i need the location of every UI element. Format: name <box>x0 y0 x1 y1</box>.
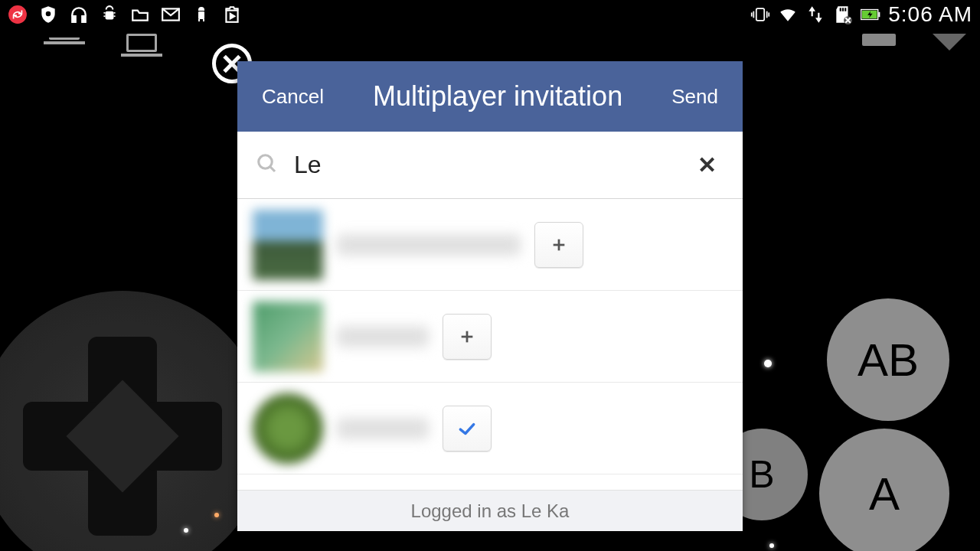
nav-hint <box>862 34 896 46</box>
svg-line-29 <box>270 166 275 171</box>
friend-result-row[interactable] <box>237 291 743 383</box>
svg-rect-19 <box>840 8 841 11</box>
svg-rect-10 <box>198 11 204 19</box>
nav-hint <box>933 34 966 51</box>
svg-point-28 <box>259 155 273 168</box>
friend-name-blurred <box>337 326 429 347</box>
nav-hint <box>49 34 85 44</box>
shield-icon <box>38 5 58 24</box>
friend-avatar <box>253 210 323 280</box>
add-friend-button[interactable] <box>443 314 492 360</box>
svg-rect-21 <box>844 8 846 11</box>
search-row: ✕ <box>237 132 743 199</box>
friend-selected-button[interactable] <box>443 406 492 452</box>
friend-avatar <box>253 302 323 372</box>
status-right-icons: 5:06 AM <box>750 2 972 27</box>
cancel-button[interactable]: Cancel <box>262 85 324 109</box>
friend-result-list[interactable] <box>237 199 743 490</box>
dialog-header: Cancel Multiplayer invitation Send <box>237 61 743 132</box>
friend-avatar <box>253 393 323 464</box>
svg-point-1 <box>46 11 51 17</box>
svg-rect-14 <box>756 8 764 21</box>
battery-charging-icon <box>861 5 880 24</box>
wifi-icon <box>778 5 798 24</box>
sd-card-error-icon <box>833 5 853 24</box>
status-clock: 5:06 AM <box>888 2 972 27</box>
svg-rect-2 <box>72 16 75 22</box>
dialog-title: Multiplayer invitation <box>373 80 622 112</box>
logged-in-footer: Logged in as Le Ka <box>237 490 743 531</box>
friend-result-row[interactable] <box>237 383 743 474</box>
clear-search-button[interactable]: ✕ <box>690 148 724 181</box>
friend-name-blurred <box>337 234 521 256</box>
sync-error-icon <box>8 5 28 24</box>
status-left-icons <box>8 5 242 24</box>
add-friend-button[interactable] <box>534 222 583 268</box>
multiplayer-invitation-dialog: Cancel Multiplayer invitation Send ✕ <box>237 61 743 531</box>
data-sync-icon <box>805 5 825 24</box>
android-debug-icon <box>100 5 119 24</box>
vibrate-icon <box>750 5 770 24</box>
play-store-icon <box>222 5 242 24</box>
emulator-a-button[interactable]: A <box>819 429 949 551</box>
android-icon <box>191 5 211 24</box>
friend-search-input[interactable] <box>294 151 675 179</box>
gmail-icon <box>161 5 181 24</box>
svg-point-0 <box>8 5 27 24</box>
android-status-bar: 5:06 AM <box>0 0 980 29</box>
svg-rect-20 <box>842 8 844 11</box>
svg-rect-3 <box>82 16 85 22</box>
emulator-dpad[interactable] <box>0 291 268 551</box>
svg-rect-4 <box>106 11 114 20</box>
nav-hint <box>126 34 162 57</box>
svg-rect-26 <box>879 12 880 18</box>
friend-result-row[interactable] <box>237 199 743 291</box>
search-icon <box>256 152 279 178</box>
headphones-icon <box>69 5 89 24</box>
folder-icon <box>130 5 150 24</box>
friend-name-blurred <box>337 418 429 439</box>
emulator-ab-button[interactable]: AB <box>827 298 949 421</box>
send-button[interactable]: Send <box>671 85 718 109</box>
